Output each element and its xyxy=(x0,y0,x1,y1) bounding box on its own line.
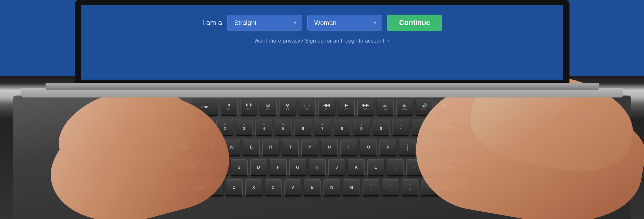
screen-content: I am a Straight Gay Bisexual Other Woman… xyxy=(81,5,563,80)
key-backslash[interactable]: |\ xyxy=(438,139,474,156)
asdf-key-row: caps A S D F G H J K L :; "' return xyxy=(21,159,623,176)
form-row: I am a Straight Gay Bisexual Other Woman… xyxy=(202,15,442,31)
key-f3[interactable]: ⊞F3 xyxy=(260,99,277,116)
key-return[interactable]: return xyxy=(426,159,472,176)
key-f11[interactable]: 🔊F11 xyxy=(416,99,433,116)
keyboard-area: esc ☀F1 ☀☀F2 ⊞F3 ⊙F4 ☼☼F5 ◀◀F6 ▶F7 ▶▶F8 … xyxy=(0,76,644,219)
key-b[interactable]: B xyxy=(304,179,321,196)
key-8[interactable]: *8 xyxy=(334,119,350,136)
key-v[interactable]: V xyxy=(284,179,301,196)
key-k[interactable]: K xyxy=(348,159,365,176)
key-m[interactable]: M xyxy=(343,179,360,196)
keyboard-surface: esc ☀F1 ☀☀F2 ⊞F3 ⊙F4 ☼☼F5 ◀◀F6 ▶F7 ▶▶F8 … xyxy=(13,96,631,219)
form-label: I am a xyxy=(202,19,222,27)
key-f2[interactable]: ☀☀F2 xyxy=(240,99,257,116)
zxcv-key-row: shift Z X C V B N M <, >. ?/ shift xyxy=(21,179,623,196)
keyboard-rows: esc ☀F1 ☀☀F2 ⊞F3 ⊙F4 ☼☼F5 ◀◀F6 ▶F7 ▶▶F8 … xyxy=(21,99,623,200)
key-h[interactable]: H xyxy=(309,159,326,176)
key-u[interactable]: U xyxy=(321,139,338,156)
key-r[interactable]: R xyxy=(262,139,279,156)
scene: I am a Straight Gay Bisexual Other Woman… xyxy=(0,0,644,219)
key-period[interactable]: >. xyxy=(382,179,399,196)
key-f9[interactable]: 🔈F9 xyxy=(377,99,394,116)
key-comma[interactable]: <, xyxy=(363,179,379,196)
key-7[interactable]: &7 xyxy=(314,119,331,136)
key-z[interactable]: Z xyxy=(226,179,243,196)
key-e[interactable]: E xyxy=(243,139,260,156)
key-f4[interactable]: ⊙F4 xyxy=(279,99,296,116)
privacy-text: Want more privacy? Sign up for an Incogn… xyxy=(254,38,386,44)
key-f1[interactable]: ☀F1 xyxy=(221,99,238,116)
key-f7[interactable]: ▶F7 xyxy=(338,99,355,116)
qwerty-key-row: tab Q W E R T Y U I O P {[ }] |\ xyxy=(21,139,623,156)
laptop-screen-bezel: I am a Straight Gay Bisexual Other Woman… xyxy=(75,0,569,84)
key-semicolon[interactable]: :; xyxy=(387,159,404,176)
key-f12[interactable]: ⏏F12 xyxy=(435,99,452,116)
privacy-arrow: › xyxy=(388,37,390,44)
key-t[interactable]: T xyxy=(282,139,299,156)
orientation-dropdown-wrapper[interactable]: Straight Gay Bisexual Other xyxy=(227,15,302,31)
laptop-hinge xyxy=(46,83,599,90)
key-backtick[interactable]: ~` xyxy=(177,119,194,136)
key-c[interactable]: C xyxy=(265,179,282,196)
key-tab[interactable]: tab xyxy=(170,139,201,156)
orientation-dropdown[interactable]: Straight Gay Bisexual Other xyxy=(227,15,302,31)
key-x[interactable]: X xyxy=(245,179,262,196)
key-a[interactable]: A xyxy=(211,159,228,176)
gender-dropdown-wrapper[interactable]: Woman Man Non-binary xyxy=(307,15,382,31)
key-6[interactable]: ^6 xyxy=(295,119,311,136)
key-f[interactable]: F xyxy=(270,159,287,176)
key-5[interactable]: %5 xyxy=(275,119,292,136)
key-bracket-right[interactable]: }] xyxy=(418,139,435,156)
key-quote[interactable]: "' xyxy=(406,159,423,176)
key-esc[interactable]: esc xyxy=(192,99,218,116)
privacy-link[interactable]: Want more privacy? Sign up for an Incogn… xyxy=(254,37,390,44)
key-delete[interactable]: delete xyxy=(431,119,467,136)
key-2[interactable]: @2 xyxy=(216,119,233,136)
key-f8[interactable]: ▶▶F8 xyxy=(357,99,374,116)
key-f5[interactable]: ☼☼F5 xyxy=(299,99,316,116)
gender-dropdown[interactable]: Woman Man Non-binary xyxy=(307,15,382,31)
key-9[interactable]: (9 xyxy=(353,119,370,136)
key-i[interactable]: I xyxy=(340,139,357,156)
key-minus[interactable]: _- xyxy=(392,119,409,136)
number-key-row: ~` !1 @2 #3 $4 %5 ^6 &7 *8 (9 )0 _- += d… xyxy=(21,119,623,136)
continue-button[interactable]: Continue xyxy=(387,15,442,31)
key-1[interactable]: !1 xyxy=(197,119,214,136)
key-l[interactable]: L xyxy=(367,159,384,176)
function-key-row: esc ☀F1 ☀☀F2 ⊞F3 ⊙F4 ☼☼F5 ◀◀F6 ▶F7 ▶▶F8 … xyxy=(21,99,623,116)
key-slash[interactable]: ?/ xyxy=(402,179,418,196)
key-shift-right[interactable]: shift xyxy=(421,179,467,196)
key-j[interactable]: J xyxy=(328,159,345,176)
key-equals[interactable]: += xyxy=(412,119,429,136)
key-d[interactable]: D xyxy=(250,159,267,176)
key-g[interactable]: G xyxy=(289,159,306,176)
key-3[interactable]: #3 xyxy=(236,119,253,136)
key-0[interactable]: )0 xyxy=(373,119,390,136)
key-w[interactable]: W xyxy=(223,139,240,156)
key-shift-left[interactable]: shift xyxy=(178,179,223,196)
key-y[interactable]: Y xyxy=(301,139,318,156)
key-4[interactable]: $4 xyxy=(255,119,272,136)
key-f6[interactable]: ◀◀F6 xyxy=(318,99,335,116)
key-q[interactable]: Q xyxy=(204,139,221,156)
key-caps[interactable]: caps xyxy=(173,159,209,176)
key-n[interactable]: N xyxy=(323,179,340,196)
key-bracket-left[interactable]: {[ xyxy=(399,139,416,156)
key-o[interactable]: O xyxy=(360,139,377,156)
key-s[interactable]: S xyxy=(231,159,248,176)
key-p[interactable]: P xyxy=(379,139,396,156)
key-f10[interactable]: 🔉F10 xyxy=(396,99,413,116)
